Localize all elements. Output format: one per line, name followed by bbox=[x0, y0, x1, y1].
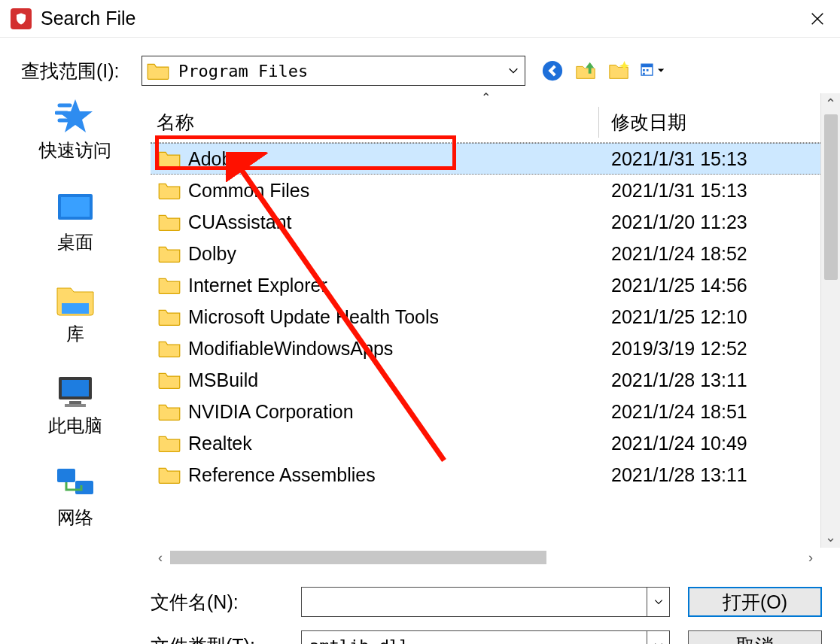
svg-rect-3 bbox=[643, 69, 645, 71]
svg-rect-8 bbox=[62, 303, 89, 314]
file-name: MSBuild bbox=[181, 369, 599, 391]
file-date: 2021/1/25 12:10 bbox=[599, 306, 747, 328]
svg-rect-11 bbox=[69, 401, 81, 404]
hscroll-thumb[interactable] bbox=[170, 551, 546, 564]
up-icon[interactable] bbox=[574, 59, 598, 83]
file-date: 2021/1/25 14:56 bbox=[599, 275, 747, 296]
back-icon[interactable] bbox=[540, 59, 565, 83]
file-row[interactable]: MSBuild2021/1/28 13:11 bbox=[151, 364, 820, 396]
file-date: 2021/1/20 11:23 bbox=[599, 211, 747, 233]
file-name: Common Files bbox=[181, 180, 599, 202]
sidebar-desktop[interactable]: 桌面 bbox=[53, 188, 98, 254]
file-row[interactable]: Microsoft Update Health Tools2021/1/25 1… bbox=[151, 301, 820, 333]
folder-icon bbox=[158, 212, 181, 232]
path-combobox[interactable]: Program Files bbox=[142, 56, 525, 86]
sidebar-network[interactable]: 网络 bbox=[53, 463, 98, 530]
folder-icon bbox=[158, 465, 181, 485]
sort-caret-icon: ⌃ bbox=[151, 93, 820, 107]
column-date[interactable]: 修改日期 bbox=[599, 107, 692, 138]
svg-rect-13 bbox=[57, 469, 75, 482]
filetype-combobox[interactable]: amtlib.dll bbox=[301, 630, 670, 644]
file-row[interactable]: NVIDIA Corporation2021/1/24 18:51 bbox=[151, 396, 820, 427]
scroll-thumb[interactable] bbox=[824, 114, 838, 280]
scroll-left-icon[interactable]: ‹ bbox=[151, 548, 170, 567]
svg-rect-12 bbox=[65, 404, 86, 407]
file-name: Reference Assemblies bbox=[181, 464, 599, 486]
file-name: Realtek bbox=[181, 433, 599, 454]
file-list[interactable]: Adobe2021/1/31 15:13Common Files2021/1/3… bbox=[151, 143, 820, 548]
file-date: 2021/1/24 18:51 bbox=[599, 401, 747, 423]
file-list-pane: ⌃ 名称 修改日期 Adobe2021/1/31 15:13Common Fil… bbox=[151, 93, 820, 548]
open-button[interactable]: 打开(O) bbox=[688, 587, 822, 617]
file-row[interactable]: Internet Explorer2021/1/25 14:56 bbox=[151, 269, 820, 301]
svg-rect-7 bbox=[61, 197, 90, 217]
this-pc-icon bbox=[53, 372, 98, 412]
view-menu-icon[interactable] bbox=[640, 59, 664, 83]
folder-icon bbox=[158, 149, 181, 169]
svg-rect-5 bbox=[643, 73, 645, 75]
folder-icon bbox=[158, 370, 181, 390]
path-text: Program Files bbox=[178, 62, 502, 80]
file-date: 2021/1/31 15:13 bbox=[599, 148, 747, 170]
folder-icon bbox=[158, 402, 181, 421]
column-name[interactable]: 名称 bbox=[151, 107, 599, 138]
chevron-down-icon[interactable] bbox=[647, 631, 669, 644]
folder-icon bbox=[147, 60, 169, 81]
file-row[interactable]: Reference Assemblies2021/1/28 13:11 bbox=[151, 459, 820, 491]
svg-rect-2 bbox=[641, 64, 653, 67]
sidebar-this-pc[interactable]: 此电脑 bbox=[48, 372, 102, 438]
libraries-icon bbox=[53, 280, 98, 320]
sidebar-quick-access[interactable]: 快速访问 bbox=[39, 96, 111, 163]
folder-icon bbox=[158, 339, 181, 358]
vertical-scrollbar[interactable]: ⌃ ⌄ bbox=[820, 93, 840, 548]
path-row: 查找范围(I): Program Files bbox=[0, 38, 840, 93]
file-row[interactable]: Adobe2021/1/31 15:13 bbox=[151, 143, 820, 175]
folder-icon bbox=[158, 307, 181, 327]
window-title: Search File bbox=[41, 8, 135, 29]
folder-icon bbox=[158, 433, 181, 453]
file-date: 2019/3/19 12:52 bbox=[599, 338, 747, 360]
title-bar: Search File bbox=[0, 0, 840, 38]
file-row[interactable]: Realtek2021/1/24 10:49 bbox=[151, 427, 820, 459]
app-shield-icon bbox=[11, 8, 32, 29]
range-label: 查找范围(I): bbox=[21, 59, 142, 84]
svg-rect-4 bbox=[647, 69, 649, 71]
chevron-down-icon[interactable] bbox=[502, 65, 525, 77]
folder-icon bbox=[158, 244, 181, 263]
filetype-value: amtlib.dll bbox=[302, 636, 647, 645]
new-folder-icon[interactable] bbox=[607, 59, 631, 83]
file-row[interactable]: Dolby2021/1/24 18:52 bbox=[151, 238, 820, 269]
file-row[interactable]: CUAssistant2021/1/20 11:23 bbox=[151, 206, 820, 238]
file-name: NVIDIA Corporation bbox=[181, 401, 599, 423]
close-button[interactable] bbox=[795, 0, 840, 38]
cancel-button[interactable]: 取消 bbox=[688, 630, 822, 644]
file-date: 2021/1/28 13:11 bbox=[599, 369, 747, 391]
chevron-down-icon[interactable] bbox=[647, 588, 669, 616]
file-date: 2021/1/31 15:13 bbox=[599, 180, 747, 202]
filename-label: 文件名(N): bbox=[151, 590, 301, 615]
folder-icon bbox=[158, 275, 181, 295]
file-name: ModifiableWindowsApps bbox=[181, 338, 599, 360]
sidebar-libraries[interactable]: 库 bbox=[53, 280, 98, 346]
network-icon bbox=[53, 463, 98, 504]
file-name: Microsoft Update Health Tools bbox=[181, 306, 599, 328]
scroll-up-icon[interactable]: ⌃ bbox=[821, 93, 840, 114]
file-date: 2021/1/24 10:49 bbox=[599, 433, 747, 454]
filename-combobox[interactable] bbox=[301, 587, 670, 617]
scroll-down-icon[interactable]: ⌄ bbox=[821, 527, 840, 548]
file-list-header: 名称 修改日期 bbox=[151, 107, 820, 143]
file-name: Adobe bbox=[181, 148, 599, 170]
file-name: Dolby bbox=[181, 243, 599, 265]
svg-rect-14 bbox=[75, 481, 93, 494]
scroll-right-icon[interactable]: › bbox=[801, 548, 820, 567]
svg-rect-10 bbox=[62, 380, 89, 396]
folder-icon bbox=[158, 181, 181, 200]
file-date: 2021/1/24 18:52 bbox=[599, 243, 747, 265]
file-name: Internet Explorer bbox=[181, 275, 599, 296]
file-date: 2021/1/28 13:11 bbox=[599, 464, 747, 486]
file-name: CUAssistant bbox=[181, 211, 599, 233]
file-row[interactable]: ModifiableWindowsApps2019/3/19 12:52 bbox=[151, 333, 820, 364]
horizontal-scrollbar[interactable]: ‹ › bbox=[151, 548, 820, 567]
quick-access-icon bbox=[53, 96, 98, 137]
file-row[interactable]: Common Files2021/1/31 15:13 bbox=[151, 175, 820, 206]
